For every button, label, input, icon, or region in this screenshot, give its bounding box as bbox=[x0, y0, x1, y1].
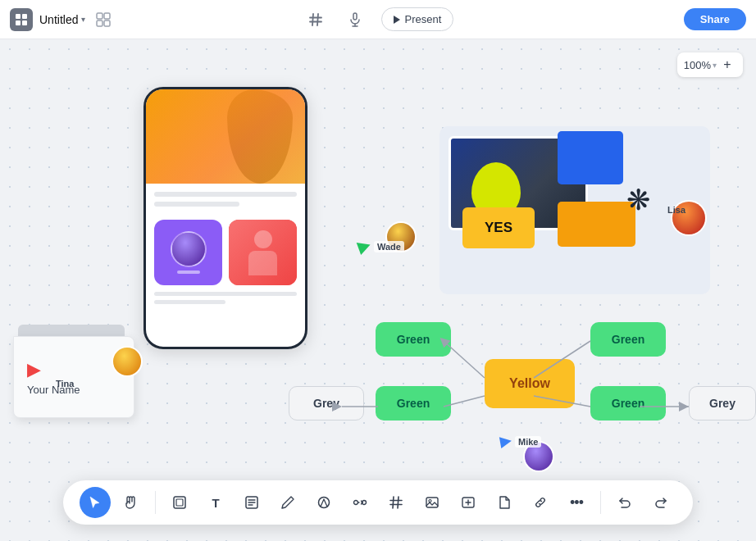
node-green-top-left[interactable]: Green bbox=[376, 322, 451, 357]
phone-mockup bbox=[143, 87, 307, 349]
image-tool-button[interactable] bbox=[417, 487, 448, 518]
hand-tool-button[interactable] bbox=[116, 487, 147, 518]
title-chevron-icon: ▾ bbox=[81, 15, 85, 24]
wade-cursor: Wade bbox=[358, 240, 404, 253]
pen-tool-button[interactable] bbox=[272, 487, 303, 518]
node-green-bottom-right[interactable]: Green bbox=[590, 386, 666, 421]
svg-line-32 bbox=[398, 497, 398, 508]
svg-rect-6 bbox=[97, 20, 102, 26]
file-play-icon: ▶ bbox=[27, 359, 121, 380]
document-title: Untitled bbox=[39, 13, 78, 26]
tina-avatar bbox=[112, 346, 143, 377]
grid-tool-button[interactable] bbox=[380, 487, 412, 518]
mike-label: Mike bbox=[515, 436, 541, 448]
connect-tool-button[interactable] bbox=[344, 487, 376, 518]
title-group[interactable]: Untitled ▾ bbox=[39, 13, 85, 26]
file-card[interactable]: ▶ Your Name bbox=[13, 336, 134, 418]
board-orange-rect bbox=[558, 202, 635, 247]
node-green-top-right[interactable]: Green bbox=[590, 322, 666, 357]
toolbar-divider-1 bbox=[155, 491, 156, 514]
svg-point-36 bbox=[429, 500, 431, 502]
mike-cursor: Mike bbox=[500, 436, 541, 448]
text-tool-button[interactable]: T bbox=[200, 487, 231, 518]
svg-line-31 bbox=[393, 497, 394, 508]
flower-icon: ❋ bbox=[626, 184, 650, 216]
hashtag-button[interactable] bbox=[303, 7, 329, 33]
zoom-level: 100% bbox=[684, 59, 711, 71]
topbar: Untitled ▾ bbox=[0, 0, 756, 39]
tina-label: Tina bbox=[56, 379, 74, 389]
phone-hero-image bbox=[146, 89, 305, 184]
svg-line-8 bbox=[312, 14, 313, 25]
canvas[interactable]: 100% ▾ + bbox=[0, 39, 756, 541]
zoom-control: 100% ▾ + bbox=[677, 52, 743, 77]
undo-button[interactable] bbox=[609, 487, 640, 518]
node-grey-left[interactable]: Grey bbox=[289, 386, 364, 421]
redo-button[interactable] bbox=[645, 487, 676, 518]
file-tool-button[interactable] bbox=[489, 487, 520, 518]
select-tool-button[interactable] bbox=[80, 487, 111, 518]
svg-rect-35 bbox=[426, 498, 438, 507]
phone-card-purple bbox=[154, 220, 222, 285]
play-icon bbox=[394, 16, 400, 24]
svg-rect-3 bbox=[22, 20, 27, 25]
present-button[interactable]: Present bbox=[381, 7, 454, 31]
yes-box: YES bbox=[462, 207, 535, 248]
layout-icon[interactable] bbox=[92, 8, 115, 31]
frame-tool-button[interactable] bbox=[164, 487, 195, 518]
toolbar: T bbox=[63, 480, 693, 525]
svg-rect-21 bbox=[174, 497, 185, 508]
lisa-label: Lisa bbox=[667, 205, 685, 215]
svg-rect-22 bbox=[176, 499, 183, 506]
toolbar-divider-2 bbox=[600, 491, 601, 514]
node-grey-right[interactable]: Grey bbox=[689, 386, 756, 421]
link-tool-button[interactable] bbox=[525, 487, 556, 518]
share-button[interactable]: Share bbox=[684, 8, 746, 30]
board-blue-rect bbox=[558, 131, 623, 184]
zoom-plus-button[interactable]: + bbox=[718, 56, 736, 74]
wade-label: Wade bbox=[374, 241, 404, 252]
svg-rect-12 bbox=[353, 13, 357, 20]
svg-rect-5 bbox=[104, 13, 110, 19]
shape-tool-button[interactable] bbox=[308, 487, 339, 518]
embed-tool-button[interactable] bbox=[453, 487, 484, 518]
svg-line-9 bbox=[317, 14, 318, 25]
mic-button[interactable] bbox=[342, 7, 368, 33]
app-logo bbox=[10, 8, 33, 31]
node-green-bottom-left[interactable]: Green bbox=[376, 386, 451, 421]
present-label: Present bbox=[405, 13, 442, 25]
svg-rect-1 bbox=[22, 14, 27, 19]
svg-rect-0 bbox=[16, 14, 20, 19]
svg-rect-7 bbox=[104, 20, 110, 26]
zoom-chevron-icon: ▾ bbox=[713, 61, 717, 70]
svg-point-28 bbox=[354, 501, 358, 505]
node-yellow-center[interactable]: Yellow bbox=[485, 359, 575, 408]
more-tool-button[interactable]: ••• bbox=[561, 487, 592, 518]
svg-rect-4 bbox=[97, 13, 102, 19]
note-tool-button[interactable] bbox=[236, 487, 267, 518]
phone-card-red bbox=[229, 220, 297, 285]
svg-rect-2 bbox=[16, 20, 20, 25]
